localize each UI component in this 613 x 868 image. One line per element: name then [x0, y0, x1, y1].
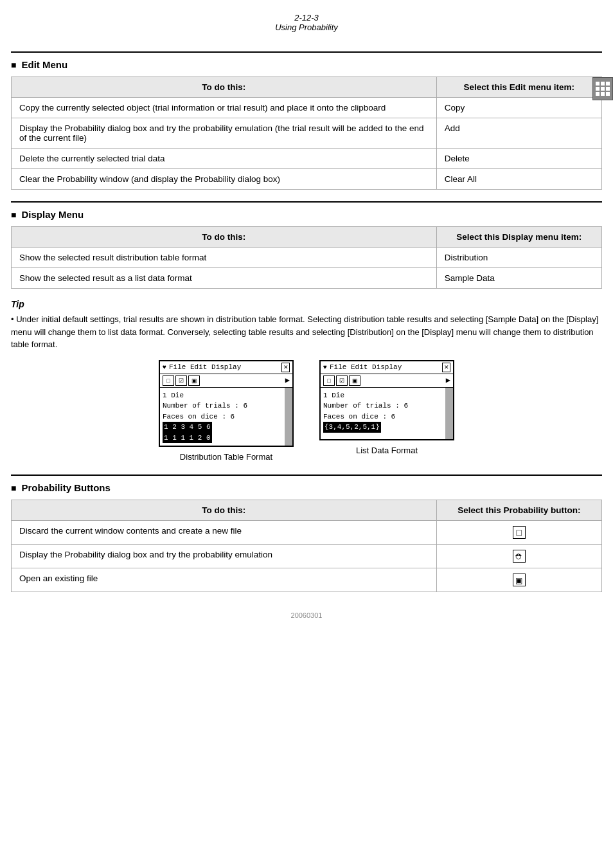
sidebar-tab	[592, 77, 613, 100]
display-menu-separator	[11, 201, 602, 203]
edit-menu-row: Clear the Probability window (and displa…	[12, 169, 602, 190]
display-menu-title: Display Menu	[11, 209, 602, 220]
edit-menu-row: Delete the currently selected trial data…	[12, 149, 602, 169]
prob-col2-header: Select this Probability button:	[436, 500, 601, 521]
page-number: 2-12-3	[11, 13, 602, 23]
edit-menu-table: To do this: Select this Edit menu item: …	[11, 77, 602, 190]
calc-line-4-right: {3,4,5,2,5,1}	[323, 422, 443, 433]
display-action-cell-0: Show the selected result distribution ta…	[12, 248, 437, 268]
calc-tool-new-left: □	[163, 375, 174, 386]
calc-tool-save-right: ▣	[349, 375, 360, 386]
prob-icon-cell-0: □	[436, 521, 601, 545]
screenshot-caption-right: List Data Format	[356, 446, 418, 455]
calc-line-1-right: 1 Die	[323, 390, 443, 401]
prob-action-cell-1: Display the Probability dialog box and t…	[12, 545, 437, 568]
screenshot-left: ♥ File Edit Display ✕ □ ☑ ▣ ▶ 1 Die Numb…	[159, 360, 294, 462]
edit-select-cell-1: Add	[436, 118, 601, 149]
edit-menu-row: Display the Probability dialog box and t…	[12, 118, 602, 149]
prob-col1-header: To do this:	[12, 500, 437, 521]
calc-close-right: ✕	[442, 363, 450, 372]
calc-line-3-left: Faces on dice : 6	[163, 411, 282, 422]
calc-titlebar-right-side: ♥ File Edit Display	[323, 363, 402, 371]
page-footer: 20060301	[11, 611, 602, 619]
calc-line-4-left: 1 2 3 4 5 6	[163, 422, 282, 433]
edit-action-cell-2: Delete the currently selected trial data	[12, 149, 437, 169]
calc-titlebar-right: ♥ File Edit Display ✕	[321, 361, 453, 374]
calc-toolbar-arrow-left: ▶	[285, 375, 290, 385]
display-menu-row: Show the selected result distribution ta…	[12, 248, 602, 268]
grid-icon	[596, 82, 610, 96]
calc-content-right: 1 Die Number of trials : 6 Faces on dice…	[321, 388, 453, 439]
edit-menu-separator	[11, 51, 602, 53]
calc-titlebar-left: ♥ File Edit Display ✕	[160, 361, 292, 374]
edit-col1-header: To do this:	[12, 77, 437, 98]
page-header: 2-12-3 Using Probability	[11, 13, 602, 32]
tip-section: Tip Under initial default settings, tria…	[11, 299, 602, 351]
calc-window-left: ♥ File Edit Display ✕ □ ☑ ▣ ▶ 1 Die Numb…	[159, 360, 294, 448]
edit-action-cell-1: Display the Probability dialog box and t…	[12, 118, 437, 149]
calc-title-text-right: File Edit Display	[330, 363, 402, 371]
prob-buttons-title: Probability Buttons	[11, 482, 602, 493]
edit-select-cell-2: Delete	[436, 149, 601, 169]
calc-tool-save-left: ▣	[188, 375, 200, 386]
footer-watermark: 20060301	[291, 611, 323, 619]
calc-tool-edit-right: ☑	[336, 375, 348, 386]
calc-line-3-right: Faces on dice : 6	[323, 411, 443, 422]
screenshot-right: ♥ File Edit Display ✕ □ ☑ ▣ ▶ 1 Die Numb…	[319, 360, 454, 462]
calc-toolbar-arrow-right: ▶	[446, 375, 450, 385]
calc-toolbar-right: □ ☑ ▣ ▶	[321, 374, 453, 388]
prob-buttons-table: To do this: Select this Probability butt…	[11, 500, 602, 592]
edit-menu-row: Copy the currently selected object (tria…	[12, 98, 602, 118]
page-container: 2-12-3 Using Probability Edit Menu To do…	[11, 0, 602, 632]
display-menu-row: Show the selected result as a list data …	[12, 268, 602, 289]
calc-title-icon-right: ♥	[323, 364, 327, 371]
prob-button-row: Open an existing file ▣	[12, 568, 602, 592]
prob-button-row: Discard the current window contents and …	[12, 521, 602, 545]
prob-icon-cell-1: ⛑	[436, 545, 601, 568]
tip-list-item: Under initial default settings, trial re…	[11, 313, 602, 351]
calc-titlebar-left-side: ♥ File Edit Display	[163, 363, 241, 371]
display-col2-header: Select this Display menu item:	[436, 227, 601, 248]
calc-line-1-left: 1 Die	[163, 390, 282, 401]
edit-action-cell-3: Clear the Probability window (and displa…	[12, 169, 437, 190]
prob-button-row: Display the Probability dialog box and t…	[12, 545, 602, 568]
display-menu-table: To do this: Select this Display menu ite…	[11, 226, 602, 289]
calc-title-icon-left: ♥	[163, 364, 166, 371]
page-subtitle: Using Probability	[11, 23, 602, 32]
calc-highlighted2-left: 1 1 1 1 2 0	[163, 433, 212, 444]
prob-action-cell-0: Discard the current window contents and …	[12, 521, 437, 545]
display-select-cell-1: Sample Data	[436, 268, 601, 289]
edit-action-cell-0: Copy the currently selected object (tria…	[12, 98, 437, 118]
calc-highlighted-left: 1 2 3 4 5 6	[163, 422, 212, 433]
display-select-cell-0: Distribution	[436, 248, 601, 268]
edit-select-cell-0: Copy	[436, 98, 601, 118]
calc-highlighted-right: {3,4,5,2,5,1}	[323, 422, 381, 433]
tip-text: Under initial default settings, trial re…	[11, 313, 602, 351]
display-action-cell-1: Show the selected result as a list data …	[12, 268, 437, 289]
edit-col2-header: Select this Edit menu item:	[436, 77, 601, 98]
calc-title-text-left: File Edit Display	[169, 363, 241, 371]
calc-line-2-right: Number of trials : 6	[323, 401, 443, 411]
calc-toolbar-left: □ ☑ ▣ ▶	[160, 374, 292, 388]
prob-icon-cell-2: ▣	[436, 568, 601, 592]
calc-content-left: 1 Die Number of trials : 6 Faces on dice…	[160, 388, 292, 446]
calc-close-left: ✕	[281, 363, 290, 372]
tip-title: Tip	[11, 299, 602, 309]
prob-action-cell-2: Open an existing file	[12, 568, 437, 592]
calc-line-2-left: Number of trials : 6	[163, 401, 282, 411]
screenshot-caption-left: Distribution Table Format	[180, 452, 272, 462]
calc-window-right: ♥ File Edit Display ✕ □ ☑ ▣ ▶ 1 Die Numb…	[319, 360, 454, 440]
calc-tool-new-right: □	[323, 375, 335, 386]
edit-menu-title: Edit Menu	[11, 59, 602, 70]
edit-select-cell-3: Clear All	[436, 169, 601, 190]
screenshots-row: ♥ File Edit Display ✕ □ ☑ ▣ ▶ 1 Die Numb…	[11, 360, 602, 462]
calc-line-5-left: 1 1 1 1 2 0	[163, 433, 282, 444]
prob-buttons-separator	[11, 475, 602, 476]
calc-tool-edit-left: ☑	[175, 375, 187, 386]
display-col1-header: To do this:	[12, 227, 437, 248]
